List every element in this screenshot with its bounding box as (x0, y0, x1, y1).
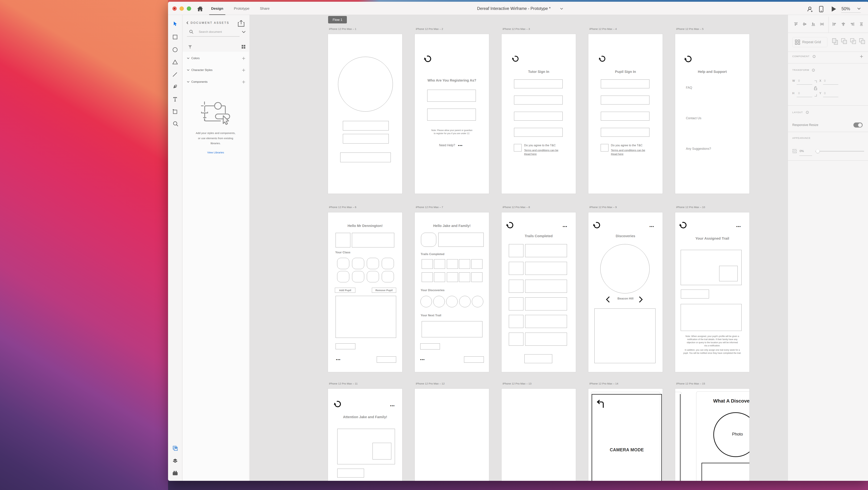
svg-text:i: i (807, 111, 808, 113)
svg-text:i: i (814, 56, 814, 58)
svg-text:i: i (813, 69, 814, 71)
